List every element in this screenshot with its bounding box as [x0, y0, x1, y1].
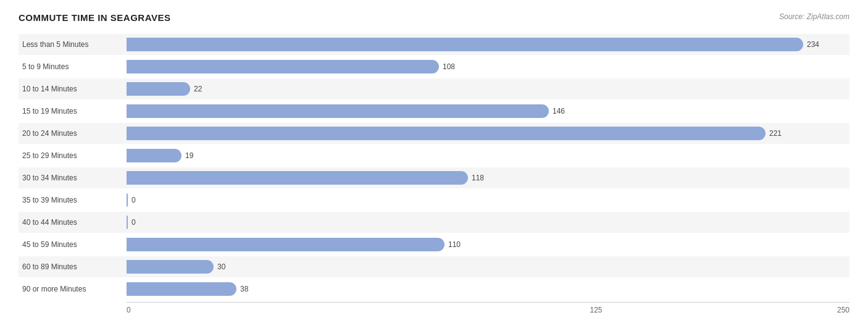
bar-container: 110 [127, 234, 849, 255]
row-label: 60 to 89 Minutes [19, 259, 127, 275]
bar-container: 0 [127, 190, 849, 211]
bar-value: 0 [131, 218, 136, 227]
bar-container: 19 [127, 145, 849, 166]
row-label: 10 to 14 Minutes [19, 81, 127, 97]
bar-value: 221 [769, 129, 782, 138]
row-label: 45 to 59 Minutes [19, 237, 127, 253]
bar-value: 38 [240, 285, 248, 293]
row-label: 20 to 24 Minutes [19, 125, 127, 141]
chart-header: COMMUTE TIME IN SEAGRAVES Source: ZipAtl… [19, 12, 849, 23]
bar [127, 238, 444, 251]
bar-container: 221 [127, 123, 849, 144]
bar-container: 108 [127, 56, 849, 77]
table-row: 45 to 59 Minutes110 [19, 234, 849, 255]
bar-container: 30 [127, 256, 849, 277]
table-row: 15 to 19 Minutes146 [19, 101, 849, 122]
row-label: 25 to 29 Minutes [19, 148, 127, 164]
row-label: 40 to 44 Minutes [19, 214, 127, 230]
table-row: 30 to 34 Minutes118 [19, 167, 849, 188]
x-tick: 125 [587, 306, 606, 314]
chart-source: Source: ZipAtlas.com [779, 12, 849, 21]
table-row: 25 to 29 Minutes19 [19, 145, 849, 166]
bar [127, 216, 128, 229]
bar-value: 146 [553, 107, 565, 115]
bar-value: 118 [472, 174, 484, 182]
x-tick: 0 [127, 306, 131, 314]
table-row: 40 to 44 Minutes0 [19, 212, 849, 233]
bar-value: 108 [443, 62, 455, 71]
chart-title: COMMUTE TIME IN SEAGRAVES [19, 12, 170, 23]
bar-value: 19 [185, 151, 193, 160]
bar-container: 22 [127, 78, 849, 99]
bar [127, 60, 439, 73]
table-row: 5 to 9 Minutes108 [19, 56, 849, 77]
chart-area: Less than 5 Minutes2345 to 9 Minutes1081… [19, 34, 849, 300]
table-row: 90 or more Minutes38 [19, 279, 849, 300]
bar-value: 30 [217, 262, 225, 271]
bar [127, 127, 766, 140]
bar [127, 193, 128, 207]
bar-container: 0 [127, 212, 849, 233]
bar [127, 171, 468, 185]
bar-value: 110 [448, 240, 461, 249]
table-row: 10 to 14 Minutes22 [19, 78, 849, 99]
table-row: 35 to 39 Minutes0 [19, 190, 849, 211]
row-label: 15 to 19 Minutes [19, 103, 127, 119]
bar [127, 260, 214, 274]
x-tick: 250 [837, 306, 849, 314]
bar-container: 234 [127, 34, 849, 55]
bar [127, 82, 190, 96]
table-row: 60 to 89 Minutes30 [19, 256, 849, 277]
row-label: 30 to 34 Minutes [19, 170, 127, 186]
bar [127, 104, 549, 118]
bar-value: 234 [807, 40, 819, 49]
row-label: 35 to 39 Minutes [19, 192, 127, 208]
bar-value: 22 [194, 85, 202, 93]
bar-value: 0 [131, 196, 136, 204]
bar-container: 146 [127, 101, 849, 122]
row-label: 90 or more Minutes [19, 281, 127, 297]
bar [127, 38, 803, 51]
bar-container: 118 [127, 167, 849, 188]
table-row: 20 to 24 Minutes221 [19, 123, 849, 144]
bar [127, 149, 182, 162]
row-label: Less than 5 Minutes [19, 36, 127, 52]
bar [127, 282, 236, 296]
table-row: Less than 5 Minutes234 [19, 34, 849, 55]
x-axis: 0125250 [127, 302, 849, 314]
row-label: 5 to 9 Minutes [19, 59, 127, 75]
bar-container: 38 [127, 279, 849, 300]
